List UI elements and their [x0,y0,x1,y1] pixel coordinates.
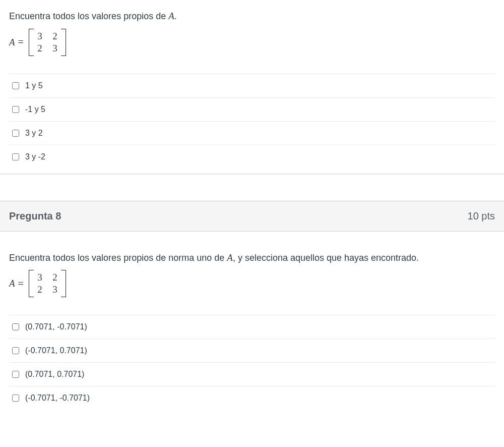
matrix-2: 3 2 2 3 [29,270,66,297]
matrix-lhs: A = [9,36,24,48]
prompt-suffix: . [174,11,177,21]
left-bracket-icon [29,29,34,56]
prompt-text: Encuentra todos los valores propios de n… [9,253,227,263]
m2-11: 3 [52,284,58,295]
question-1-prompt: Encuentra todos los valores propios de A… [9,9,495,24]
answer-checkbox[interactable] [12,323,19,330]
answer-option[interactable]: (0.7071, 0.7071) [9,362,495,386]
question-1-body: Encuentra todos los valores propios de A… [0,0,504,174]
prompt-var: A [168,11,174,21]
right-bracket-icon [61,270,66,297]
equals-sign: = [18,36,24,48]
answer-label: 3 y -2 [25,152,45,161]
question-2-prompt: Encuentra todos los valores propios de n… [9,251,495,265]
m1-01: 2 [52,31,58,42]
answer-checkbox[interactable] [12,395,19,402]
answer-label: -1 y 5 [25,105,45,114]
matrix-body: 3 2 2 3 [34,29,61,56]
quiz-page: Encuentra todos los valores propios de A… [0,0,504,415]
answer-checkbox[interactable] [12,82,19,89]
answer-option[interactable]: 1 y 5 [9,74,495,97]
answer-label: (0.7071, -0.7071) [25,322,87,331]
m2-01: 2 [52,272,58,283]
answer-checkbox[interactable] [12,106,19,113]
question-1-answers: 1 y 5 -1 y 5 3 y 2 3 y -2 [9,74,495,169]
question-gap [0,174,504,201]
answer-option[interactable]: -1 y 5 [9,97,495,121]
prompt-var: A [227,252,233,263]
answer-option[interactable]: 3 y 2 [9,121,495,145]
matrix-var: A [9,37,15,48]
answer-checkbox[interactable] [12,130,19,137]
right-bracket-icon [61,29,66,56]
m2-00: 3 [37,272,43,283]
equals-sign: = [18,278,24,290]
matrix-lhs: A = [9,278,24,290]
question-title: Pregunta 8 [9,210,61,222]
matrix-equation-2: A = 3 2 2 3 [9,270,495,297]
answer-option[interactable]: (-0.7071, -0.7071) [9,386,495,410]
answer-label: (0.7071, 0.7071) [25,370,84,379]
answer-label: (-0.7071, 0.7071) [25,346,87,355]
answer-option[interactable]: (0.7071, -0.7071) [9,315,495,339]
prompt-mid: , y selecciona aquellos que hayas encont… [233,253,419,263]
question-points: 10 pts [468,210,495,222]
matrix-equation-1: A = 3 2 2 3 [9,29,495,56]
question-2-header: Pregunta 8 10 pts [0,201,504,232]
answer-checkbox[interactable] [12,153,19,160]
m2-10: 2 [37,284,43,295]
m1-10: 2 [37,43,43,54]
question-2-answers: (0.7071, -0.7071) (-0.7071, 0.7071) (0.7… [9,315,495,410]
m1-00: 3 [37,31,43,42]
answer-label: (-0.7071, -0.7071) [25,394,90,403]
matrix-var: A [9,278,15,289]
left-bracket-icon [29,270,34,297]
matrix-1: 3 2 2 3 [29,29,66,56]
answer-label: 3 y 2 [25,129,43,138]
question-2-body: Encuentra todos los valores propios de n… [0,232,504,415]
answer-option[interactable]: (-0.7071, 0.7071) [9,339,495,362]
answer-checkbox[interactable] [12,347,19,354]
answer-checkbox[interactable] [12,371,19,378]
m1-11: 3 [52,43,58,54]
answer-option[interactable]: 3 y -2 [9,145,495,169]
matrix-body: 3 2 2 3 [34,270,61,297]
prompt-text: Encuentra todos los valores propios de [9,11,168,21]
answer-label: 1 y 5 [25,81,43,90]
